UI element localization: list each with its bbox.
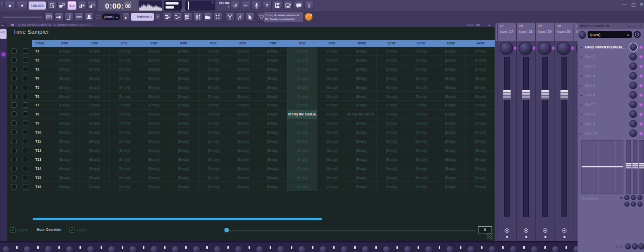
record-arm-icon[interactable] — [524, 228, 528, 233]
grid-cell[interactable]: [Empty] — [198, 182, 228, 192]
grid-cell[interactable]: [Empty] — [317, 47, 347, 56]
mixer-pan-knob[interactable] — [256, 245, 264, 252]
row-checkbox-b[interactable] — [23, 85, 28, 90]
row-checkbox-a[interactable] — [11, 111, 17, 117]
grid-cell[interactable]: [Empty] — [198, 164, 228, 173]
grid-cell[interactable]: [Empty] — [109, 74, 139, 83]
grid-cell[interactable]: [Empty] — [109, 110, 139, 119]
grid-cell[interactable]: [Empty] — [50, 137, 79, 146]
mixer-pan-knob[interactable] — [277, 245, 285, 252]
grid-cell[interactable]: [Empty] — [436, 173, 465, 182]
pan-knob[interactable] — [500, 42, 513, 55]
grid-cell[interactable]: [Empty] — [376, 155, 406, 164]
eq-freq-knob-2[interactable] — [631, 195, 636, 200]
link-button[interactable] — [74, 13, 84, 22]
grid-cell[interactable]: [Empty] — [317, 83, 347, 92]
record-audio-button[interactable] — [252, 1, 261, 10]
news-globe-icon[interactable]: 2 — [305, 13, 312, 21]
grid-cell[interactable]: [Empty] — [376, 92, 406, 101]
feedback-button[interactable] — [294, 1, 303, 10]
grid-cell[interactable]: [Empty] — [139, 56, 169, 65]
grid-cell[interactable]: [Empty] — [198, 173, 228, 182]
mixer-input-knob[interactable] — [579, 31, 586, 39]
grid-cell[interactable]: [Empty] — [287, 182, 317, 192]
row-checkbox-a[interactable] — [11, 48, 17, 54]
grid-cell[interactable]: [Empty] — [228, 173, 258, 182]
slot-mix-knob[interactable] — [629, 82, 637, 89]
equalizer-display[interactable] — [581, 140, 623, 194]
mixer-slot[interactable]: ▸Slot 4 — [578, 72, 644, 81]
grid-cell[interactable]: [Empty] — [436, 164, 465, 173]
eq-width-knob-1[interactable] — [624, 202, 629, 207]
grid-cell[interactable]: [Empty] — [79, 173, 109, 182]
grid-cell[interactable]: [Empty] — [376, 74, 406, 83]
grid-cell[interactable]: [Empty] — [465, 101, 495, 110]
grid-cell[interactable]: [Empty] — [258, 47, 287, 56]
grid-cell[interactable]: [Empty] — [347, 119, 376, 128]
mixer-pan-knob[interactable] — [44, 245, 53, 252]
grid-cell[interactable]: [Empty] — [109, 128, 139, 137]
grid-cell[interactable]: [Empty] — [228, 101, 258, 110]
grid-cell[interactable]: [Empty] — [258, 155, 287, 164]
grid-cell[interactable]: [Empty] — [406, 182, 436, 192]
grid-cell[interactable]: [Empty] — [139, 83, 169, 92]
grid-cell[interactable]: [Empty] — [79, 164, 109, 173]
grid-cell[interactable]: [Empty] — [109, 65, 139, 74]
grid-cell[interactable]: [Empty] — [50, 47, 79, 56]
mixer-slot[interactable]: ▸Slot 10 — [578, 129, 644, 139]
app-maximize-button[interactable]: ▢ — [630, 2, 637, 7]
row-checkbox-a[interactable] — [11, 94, 17, 99]
row-checkbox-b[interactable] — [23, 166, 28, 171]
eq-slider-handle[interactable] — [626, 163, 631, 169]
grid-cell[interactable]: [Empty] — [287, 119, 317, 128]
mixer-slot[interactable]: ▸GRID IMPROVEMENTS Fil.. — [578, 43, 644, 52]
grid-cell[interactable]: [Empty] — [50, 92, 79, 101]
row-checkbox-b[interactable] — [23, 130, 28, 135]
grid-cell[interactable]: [Empty] — [376, 146, 406, 155]
row-checkbox-b[interactable] — [23, 120, 28, 126]
grid-cell[interactable]: [Empty] — [169, 146, 198, 155]
grid-cell[interactable]: [Empty] — [228, 56, 258, 65]
grid-cell[interactable]: [Empty] — [109, 101, 139, 110]
grid-cell[interactable]: [Empty] — [198, 119, 228, 128]
pan-knob[interactable] — [519, 42, 532, 55]
mixer-pan-knob[interactable] — [213, 245, 222, 252]
mixer-pan-knob[interactable] — [340, 245, 349, 252]
pan-knob[interactable] — [538, 42, 551, 55]
grid-cell[interactable]: [Empty] — [347, 47, 376, 56]
mixer-button[interactable] — [193, 13, 202, 22]
slot-enable-led-icon[interactable] — [640, 46, 642, 48]
grid-cell[interactable]: [Empty] — [198, 110, 228, 119]
hour-override-value[interactable]: 8 — [478, 226, 492, 233]
mixer-pan-knob[interactable] — [234, 245, 243, 252]
mixer-pan-knob[interactable] — [2, 245, 11, 252]
grid-cell[interactable]: [Empty] — [169, 119, 198, 128]
stop-all-checkbox[interactable]: ✓ — [10, 227, 16, 233]
grid-cell[interactable]: [Empty] — [169, 164, 198, 173]
row-checkbox-a[interactable] — [11, 148, 17, 153]
song-position-panel[interactable]: 4 — [185, 1, 215, 11]
mixer-slot[interactable]: ▸Slot 3 — [578, 62, 644, 72]
grid-cell[interactable]: [Empty] — [79, 155, 109, 164]
grid-cell[interactable]: [Empty] — [79, 182, 109, 192]
fader-handle[interactable] — [522, 90, 530, 100]
master-pitch-slider[interactable] — [3, 17, 42, 18]
row-checkbox-a[interactable] — [11, 57, 17, 63]
row-checkbox-a[interactable] — [11, 76, 17, 81]
grid-cell[interactable]: [Empty] — [50, 65, 79, 74]
grid-cell[interactable]: [Empty] — [139, 164, 169, 173]
one-click-recording-button[interactable] — [235, 13, 245, 22]
grid-cell[interactable]: [Empty] — [376, 56, 406, 65]
grid-cell[interactable]: [Empty] — [169, 65, 198, 74]
row-checkbox-b[interactable] — [23, 184, 28, 190]
grid-cell[interactable]: [Empty] — [317, 146, 347, 155]
mixer-pan-knob[interactable] — [488, 245, 497, 252]
grid-cell[interactable]: [Empty] — [436, 74, 465, 83]
grid-cell[interactable]: [Empty] — [347, 65, 376, 74]
mixer-pan-knob[interactable] — [361, 245, 370, 252]
grid-cell[interactable]: [Empty] — [465, 110, 495, 119]
grid-cell[interactable]: [Empty] — [287, 173, 317, 182]
slot-enable-led-icon[interactable] — [640, 75, 642, 77]
grid-cell[interactable]: [Empty] — [258, 83, 287, 92]
grid-cell[interactable]: [Empty] — [406, 101, 436, 110]
